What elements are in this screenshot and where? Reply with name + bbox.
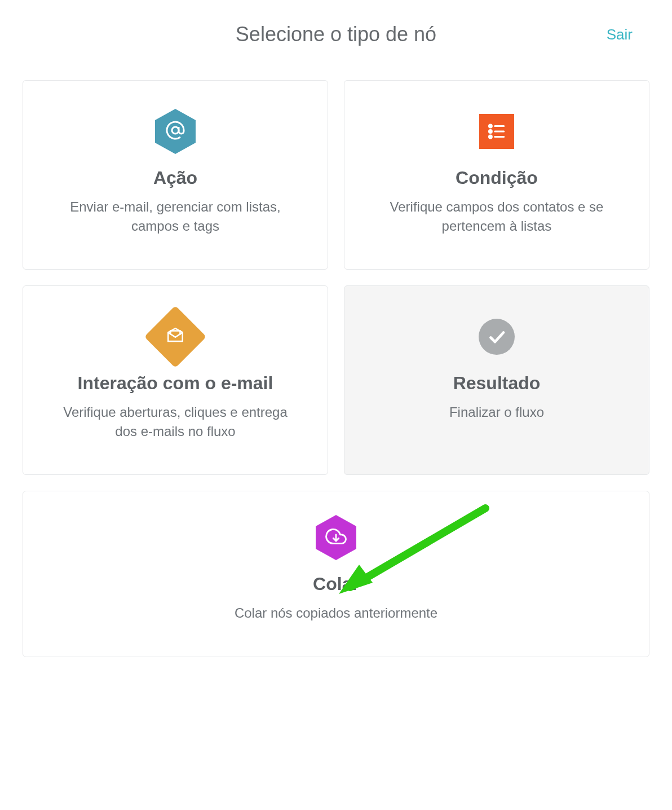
card-title: Condição — [456, 168, 538, 188]
card-action[interactable]: Ação Enviar e-mail, gerenciar com listas… — [23, 80, 328, 270]
envelope-diamond-icon — [153, 314, 197, 359]
exit-link[interactable]: Sair — [607, 26, 633, 43]
card-email-interaction[interactable]: Interação com o e-mail Verifique abertur… — [23, 285, 328, 475]
card-description: Finalizar o fluxo — [449, 403, 544, 422]
card-title: Interação com o e-mail — [78, 373, 273, 394]
card-description: Enviar e-mail, gerenciar com listas, cam… — [63, 197, 288, 235]
card-description: Verifique aberturas, cliques e entrega d… — [63, 403, 288, 441]
svg-point-1 — [172, 127, 179, 134]
node-type-grid: Ação Enviar e-mail, gerenciar com listas… — [23, 80, 649, 475]
svg-point-2 — [489, 125, 492, 127]
svg-point-4 — [489, 130, 492, 133]
check-circle-icon — [479, 314, 515, 359]
card-title: Ação — [153, 168, 197, 188]
card-result[interactable]: Resultado Finalizar o fluxo — [344, 285, 649, 475]
card-condition[interactable]: Condição Verifique campos dos contatos e… — [344, 80, 649, 270]
dialog-title: Selecione o tipo de nó — [236, 23, 436, 46]
card-title: Colar — [313, 574, 359, 595]
at-hexagon-icon — [155, 109, 196, 154]
card-description: Verifique campos dos contatos e se perte… — [384, 197, 609, 235]
card-paste[interactable]: Colar Colar nós copiados anteriormente — [23, 491, 649, 657]
svg-line-10 — [350, 508, 485, 587]
svg-point-6 — [489, 135, 492, 138]
cloud-download-hexagon-icon — [316, 515, 356, 560]
dialog-header: Selecione o tipo de nó Sair — [23, 23, 649, 46]
card-description: Colar nós copiados anteriormente — [235, 604, 437, 623]
card-title: Resultado — [453, 373, 541, 394]
list-square-icon — [479, 109, 514, 154]
